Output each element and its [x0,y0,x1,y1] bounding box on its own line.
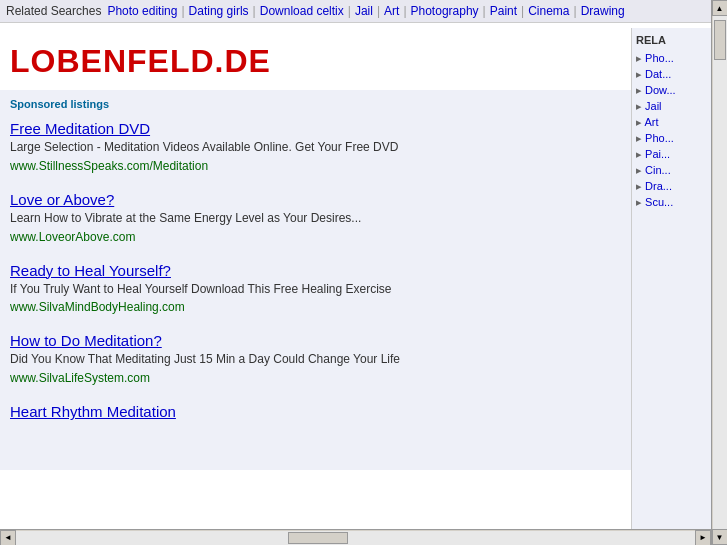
right-sidebar: RELA Pho...Dat...Dow...JailArtPho...Pai.… [631,28,711,529]
scroll-up-button[interactable]: ▲ [712,0,728,16]
sidebar-link[interactable]: Pho... [636,132,707,145]
separator: | [377,4,380,18]
left-content: LOBENFELD.DE Sponsored listings Free Med… [0,28,631,529]
scroll-h-track[interactable] [16,531,695,545]
ad-title[interactable]: Heart Rhythm Meditation [10,403,621,420]
ad-item: Heart Rhythm Meditation [10,403,621,420]
sidebar-link[interactable]: Scu... [636,196,707,209]
ad-description: Large Selection - Meditation Videos Avai… [10,139,621,156]
ad-title[interactable]: Ready to Heal Yourself? [10,262,621,279]
ad-item: Love or Above?Learn How to Vibrate at th… [10,191,621,244]
separator: | [574,4,577,18]
ad-description: If You Truly Want to Heal Yourself Downl… [10,281,621,298]
ads-container: Free Meditation DVDLarge Selection - Med… [10,120,621,420]
sponsored-section: Sponsored listings Free Meditation DVDLa… [0,90,631,470]
sidebar-links: Pho...Dat...Dow...JailArtPho...Pai...Cin… [636,52,707,209]
scroll-track[interactable] [713,16,727,529]
related-search-link[interactable]: Photo editing [107,4,177,18]
sidebar-link[interactable]: Cin... [636,164,707,177]
ad-url[interactable]: www.StillnessSpeaks.com/Meditation [10,159,208,173]
related-search-link[interactable]: Download celtix [260,4,344,18]
logo-area: LOBENFELD.DE [0,28,631,90]
horizontal-scrollbar[interactable]: ◄ ► [0,529,711,545]
separator: | [253,4,256,18]
sidebar-link[interactable]: Dow... [636,84,707,97]
ad-title[interactable]: Love or Above? [10,191,621,208]
sidebar-link[interactable]: Art [636,116,707,129]
main-content: LOBENFELD.DE Sponsored listings Free Med… [0,28,711,529]
scroll-down-button[interactable]: ▼ [712,529,728,545]
separator: | [348,4,351,18]
related-searches-label: Related Searches [6,4,101,18]
ad-description: Learn How to Vibrate at the Same Energy … [10,210,621,227]
ad-url[interactable]: www.LoveorAbove.com [10,230,135,244]
scroll-h-thumb[interactable] [288,532,348,544]
related-searches-links: Photo editing | Dating girls | Download … [107,4,624,18]
scroll-right-button[interactable]: ► [695,530,711,546]
separator: | [483,4,486,18]
ad-description: Did You Know That Meditating Just 15 Min… [10,351,621,368]
sponsored-label: Sponsored listings [10,98,621,110]
related-search-link[interactable]: Dating girls [189,4,249,18]
ad-title[interactable]: Free Meditation DVD [10,120,621,137]
related-search-link[interactable]: Art [384,4,399,18]
sidebar-link[interactable]: Pho... [636,52,707,65]
sidebar-link[interactable]: Pai... [636,148,707,161]
scroll-thumb[interactable] [714,20,726,60]
related-search-link[interactable]: Photography [411,4,479,18]
ad-item: How to Do Meditation?Did You Know That M… [10,332,621,385]
ad-url[interactable]: www.SilvaLifeSystem.com [10,371,150,385]
ad-item: Ready to Heal Yourself?If You Truly Want… [10,262,621,315]
ad-title[interactable]: How to Do Meditation? [10,332,621,349]
related-search-link[interactable]: Paint [490,4,517,18]
site-logo: LOBENFELD.DE [10,43,621,80]
separator: | [403,4,406,18]
sidebar-link[interactable]: Dat... [636,68,707,81]
related-search-link[interactable]: Drawing [581,4,625,18]
related-search-link[interactable]: Cinema [528,4,569,18]
related-search-link[interactable]: Jail [355,4,373,18]
sidebar-link[interactable]: Jail [636,100,707,113]
ad-item: Free Meditation DVDLarge Selection - Med… [10,120,621,173]
sidebar-link[interactable]: Dra... [636,180,707,193]
sidebar-title: RELA [636,34,707,46]
vertical-scrollbar[interactable]: ▲ ▼ [711,0,727,545]
separator: | [521,4,524,18]
separator: | [181,4,184,18]
top-bar: Related Searches Photo editing | Dating … [0,0,727,23]
ad-url[interactable]: www.SilvaMindBodyHealing.com [10,300,185,314]
scroll-left-button[interactable]: ◄ [0,530,16,546]
